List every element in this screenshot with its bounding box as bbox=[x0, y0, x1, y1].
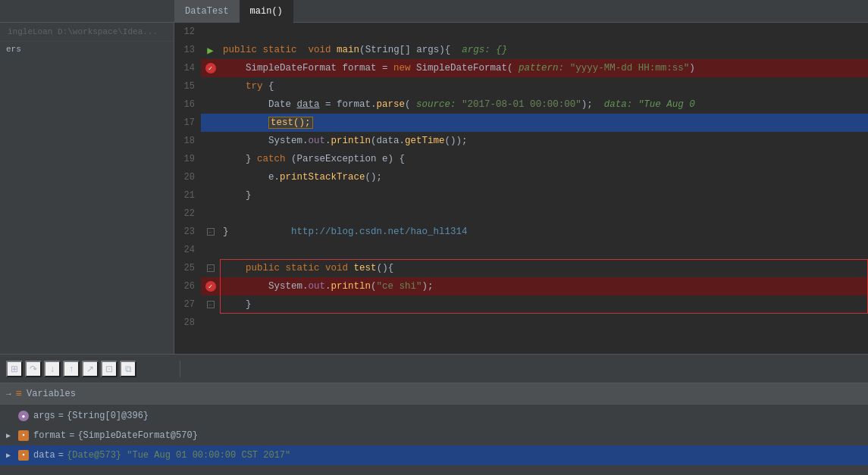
var-val-args: {String[0]@396} bbox=[67, 411, 149, 421]
var-item-args[interactable]: ● args = {String[0]@396} bbox=[0, 406, 868, 426]
line-content-22 bbox=[220, 205, 868, 223]
line-number-18: 18 bbox=[174, 132, 201, 150]
toolbar-btn-trace[interactable]: ⧉ bbox=[120, 361, 136, 377]
line-content-26: System.out.println("ce shi"); bbox=[220, 277, 868, 295]
line-number-17: 17 bbox=[174, 114, 201, 132]
line-number-24: 24 bbox=[174, 241, 201, 259]
toolbar-btn-step-out[interactable]: ↑ bbox=[63, 361, 80, 377]
line-gutter-14[interactable] bbox=[201, 59, 220, 77]
line-gutter-28 bbox=[201, 314, 220, 332]
breakpoint-icon-26[interactable] bbox=[205, 281, 216, 292]
line-gutter-15 bbox=[201, 77, 220, 95]
fold-icon-25[interactable]: − bbox=[207, 264, 215, 272]
code-line-20: 20 e.printStackTrace(); bbox=[174, 168, 868, 186]
toolbar-btn-step-over[interactable]: ↷ bbox=[25, 361, 42, 377]
line-gutter-13[interactable]: ▶ bbox=[201, 41, 220, 59]
toolbar-btn-run-cursor[interactable]: ↗ bbox=[82, 361, 99, 377]
line-number-22: 22 bbox=[174, 205, 201, 223]
method-region: 25 − public static void test(){ 26 Syste… bbox=[174, 259, 868, 314]
code-line-12: 12 bbox=[174, 23, 868, 41]
line-content-28 bbox=[220, 314, 868, 332]
breakpoint-icon-14[interactable] bbox=[205, 63, 216, 73]
line-gutter-25[interactable]: − bbox=[201, 259, 220, 277]
code-line-21: 21 } bbox=[174, 186, 868, 205]
var-item-data[interactable]: ▶ ▪ data = {Date@573} "Tue Aug 01 00:00:… bbox=[0, 445, 868, 465]
line-content-27: } bbox=[220, 295, 868, 314]
code-line-17: 17 test(); bbox=[174, 114, 868, 132]
bottom-toolbar: ⊞ ↷ ↓ ↑ ↗ ⊡ ⧉ bbox=[0, 354, 868, 383]
sidebar: ingleLoan D:\workspace\Idea... ers bbox=[0, 23, 174, 354]
sidebar-item-1[interactable]: ers bbox=[0, 42, 174, 57]
line-content-24 bbox=[220, 241, 868, 259]
line-gutter-18 bbox=[201, 132, 220, 150]
sidebar-header: ingleLoan D:\workspace\Idea... bbox=[0, 23, 174, 42]
var-eq-args: = bbox=[58, 411, 64, 421]
fold-icon-23[interactable]: − bbox=[207, 228, 215, 236]
line-gutter-19 bbox=[201, 150, 220, 168]
line-gutter-22 bbox=[201, 205, 220, 223]
var-icon-args: ● bbox=[18, 411, 29, 421]
var-item-format[interactable]: ▶ ▪ format = {SimpleDateFormat@570} bbox=[0, 426, 868, 445]
tab-main[interactable]: main() bbox=[240, 0, 293, 23]
main-layout: ingleLoan D:\workspace\Idea... ers 12 13… bbox=[0, 23, 868, 354]
toolbar-btn-1[interactable]: ⊞ bbox=[6, 361, 23, 377]
line-gutter-17 bbox=[201, 114, 220, 132]
line-number-25: 25 bbox=[174, 259, 201, 277]
code-line-26: 26 System.out.println("ce shi"); bbox=[174, 277, 868, 295]
code-line-16: 16 Date data = format.parse( source: "20… bbox=[174, 95, 868, 114]
toolbar-btn-step-into[interactable]: ↓ bbox=[44, 361, 61, 377]
var-name-args: args bbox=[33, 411, 55, 421]
line-gutter-26[interactable] bbox=[201, 277, 220, 295]
variables-title-text: Variables bbox=[27, 389, 76, 399]
code-line-18: 18 System.out.println(data.getTime()); bbox=[174, 132, 868, 150]
sidebar-path: D:\workspace\Idea... bbox=[58, 27, 158, 36]
line-number-23: 23 bbox=[174, 223, 201, 241]
var-eq-data: = bbox=[58, 450, 64, 461]
var-icon-data: ▪ bbox=[18, 450, 29, 461]
fold-icon-27[interactable]: − bbox=[207, 301, 215, 308]
line-gutter-16 bbox=[201, 95, 220, 114]
line-number-20: 20 bbox=[174, 168, 201, 186]
line-number-26: 26 bbox=[174, 277, 201, 295]
line-gutter-23[interactable]: − bbox=[201, 223, 220, 241]
line-content-13: public static void main(String[] args){ … bbox=[220, 41, 868, 59]
line-gutter-27[interactable]: − bbox=[201, 295, 220, 314]
run-arrow-icon[interactable]: ▶ bbox=[207, 44, 213, 57]
line-content-21: } bbox=[220, 186, 868, 205]
code-line-19: 19 } catch (ParseException e) { bbox=[174, 150, 868, 168]
tab-datatest-label: DataTest bbox=[185, 6, 229, 17]
variables-header: → ≡ Variables bbox=[0, 383, 868, 405]
line-number-14: 14 bbox=[174, 59, 201, 77]
line-gutter-12 bbox=[201, 23, 220, 41]
tabs-bar: DataTest main() bbox=[0, 0, 868, 23]
line-number-27: 27 bbox=[174, 295, 201, 314]
line-content-19: } catch (ParseException e) { bbox=[220, 150, 868, 168]
code-line-27: 27 − } bbox=[174, 295, 868, 314]
code-lines: 12 13 ▶ public static void main(String[]… bbox=[174, 23, 868, 354]
line-gutter-20 bbox=[201, 168, 220, 186]
line-content-14: SimpleDateFormat format = new SimpleDate… bbox=[220, 59, 868, 77]
line-number-21: 21 bbox=[174, 186, 201, 205]
var-val-data: {Date@573} "Tue Aug 01 00:00:00 CST 2017… bbox=[67, 450, 290, 461]
toolbar-btn-eval[interactable]: ⊡ bbox=[101, 361, 118, 377]
toolbar-left: ⊞ ↷ ↓ ↑ ↗ ⊡ ⧉ bbox=[6, 361, 180, 377]
variables-panel: → ≡ Variables ● args = {String[0]@396} ▶… bbox=[0, 383, 868, 475]
editor-area: 12 13 ▶ public static void main(String[]… bbox=[174, 23, 868, 354]
var-val-format: {SimpleDateFormat@570} bbox=[77, 430, 197, 441]
var-expand-format[interactable]: ▶ bbox=[6, 431, 18, 440]
line-content-25: public static void test(){ bbox=[220, 259, 868, 277]
sidebar-title-text: ingleLoan bbox=[8, 27, 52, 36]
panel-arrow-icon[interactable]: → bbox=[6, 389, 11, 398]
code-line-25: 25 − public static void test(){ bbox=[174, 259, 868, 277]
var-name-data: data bbox=[33, 450, 55, 461]
code-line-22: 22 bbox=[174, 205, 868, 223]
code-line-13: 13 ▶ public static void main(String[] ar… bbox=[174, 41, 868, 59]
tab-datatest[interactable]: DataTest bbox=[174, 0, 240, 23]
var-eq-format: = bbox=[69, 430, 74, 441]
code-line-15: 15 try { bbox=[174, 77, 868, 95]
line-content-18: System.out.println(data.getTime()); bbox=[220, 132, 868, 150]
variables-content: ● args = {String[0]@396} ▶ ▪ format = {S… bbox=[0, 405, 868, 475]
var-expand-data[interactable]: ▶ bbox=[6, 451, 18, 460]
code-line-28: 28 bbox=[174, 314, 868, 332]
line-number-16: 16 bbox=[174, 95, 201, 114]
